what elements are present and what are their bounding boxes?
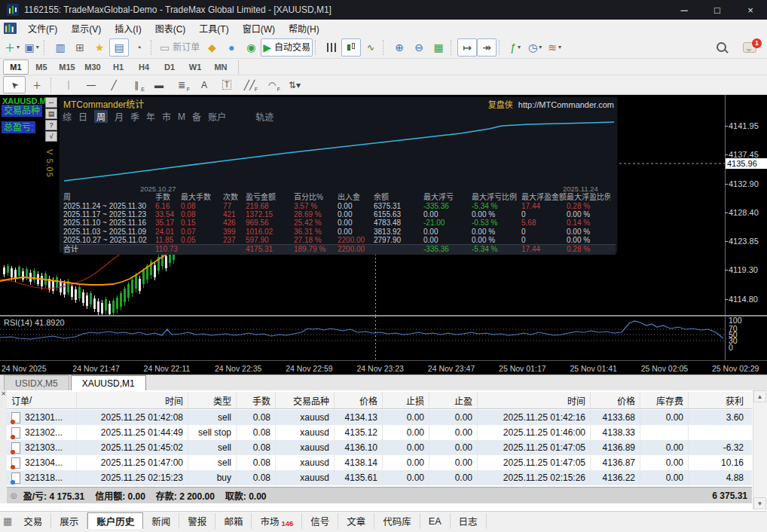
timeframe-m5-button[interactable]: M5 [29, 60, 54, 75]
tile-windows-button[interactable]: ▦ [429, 38, 448, 57]
new-order-button[interactable]: ▭新订单 [157, 38, 202, 57]
chart-profiles-button[interactable]: ▣▾ [22, 38, 41, 57]
terminal-tab-账户历史[interactable]: 账户历史 [87, 512, 143, 529]
periods-button[interactable]: ◷▾ [525, 38, 545, 57]
timeframe-m15-button[interactable]: M15 [54, 60, 80, 75]
table-row[interactable]: 321304...2025.11.25 01:47:00sell0.08xauu… [7, 455, 752, 470]
terminal-panel-button[interactable]: ▤ [109, 38, 129, 57]
chart-tab-usidx-m5[interactable]: USIDX,M5 [4, 375, 69, 390]
autotrading-button[interactable]: ▶自动交易 [261, 38, 313, 57]
history-column-header[interactable]: 价格 [334, 392, 382, 408]
navigator-button[interactable]: ★ [90, 38, 109, 57]
menu-item-window[interactable]: 窗口(W) [236, 20, 282, 36]
terminal-tab-文章[interactable]: 文章 [338, 513, 374, 529]
terminal-scrollbar[interactable]: ▲ ▼ [753, 390, 767, 509]
vertical-line-tool-button[interactable]: ｜ [57, 76, 80, 93]
text-tool-button[interactable]: A [193, 76, 215, 93]
timeframe-w1-button[interactable]: W1 [182, 60, 208, 75]
chart-tab-xauusd-m1[interactable]: XAUUSD,M1 [71, 375, 146, 390]
timeframe-mn-button[interactable]: MN [208, 60, 234, 75]
cursor-tool-button[interactable]: ➤ [3, 76, 26, 93]
horizontal-line-tool-button[interactable]: — [80, 76, 102, 93]
fibonacci-retracement-tool-button[interactable]: ≣F [170, 76, 193, 93]
zoom-in-button[interactable]: ⊕ [390, 38, 409, 57]
menu-item-file[interactable]: 文件(F) [21, 20, 64, 36]
zoom-out-button[interactable]: ⊖ [409, 38, 429, 57]
chart-shift-button[interactable]: ↠ [477, 38, 497, 57]
market-button[interactable]: ◉ [241, 38, 261, 57]
history-column-header[interactable]: 交易品种 [275, 392, 334, 408]
terminal-tab-代码库[interactable]: 代码库 [374, 513, 420, 529]
history-column-header[interactable]: 获利 [688, 392, 748, 408]
table-row[interactable]: 321302...2025.11.25 01:44:49sell stop0.0… [7, 425, 752, 440]
terminal-tab-交易[interactable]: 交易 [15, 513, 51, 529]
timeframe-h4-button[interactable]: H4 [131, 60, 157, 75]
data-window-button[interactable]: ⊞ [70, 38, 90, 57]
search-button[interactable] [711, 38, 731, 57]
mql5-community-button[interactable]: ● [222, 38, 241, 57]
indicators-button[interactable]: ƒ▾ [506, 38, 525, 57]
ea-panel-button[interactable]: ▤ [45, 109, 57, 119]
templates-button[interactable]: ≋▾ [545, 38, 564, 57]
auto-scroll-button[interactable]: ↦ [457, 38, 477, 57]
menu-item-view[interactable]: 显示(V) [64, 20, 108, 36]
history-column-header[interactable]: 时间 [76, 392, 188, 408]
trendline-tool-button[interactable]: ╱ [102, 76, 125, 93]
table-row[interactable]: 321301...2025.11.25 01:42:08sell0.08xauu… [7, 410, 752, 425]
ea-check-button[interactable]: √ [45, 131, 57, 142]
text-label-tool-button[interactable]: T [215, 76, 238, 93]
strategy-tester-button[interactable]: ◔ [129, 38, 148, 57]
timeframe-d1-button[interactable]: D1 [157, 60, 182, 75]
menu-item-insert[interactable]: 插入(I) [108, 20, 148, 36]
chart-bars-button[interactable] [322, 38, 341, 57]
ea-help-button[interactable]: ? [45, 120, 57, 130]
chart-area[interactable]: RSI(14) 41.8920 24 Nov 202524 Nov 21:472… [0, 95, 767, 375]
history-column-header[interactable]: 类型 [188, 392, 236, 408]
history-column-header[interactable]: 库存费 [640, 392, 688, 408]
terminal-tab-ea[interactable]: EA [420, 513, 451, 529]
restore-button[interactable]: □ [701, 0, 734, 20]
history-column-header[interactable]: 手数 [236, 392, 275, 408]
terminal-close-icon[interactable]: ✕ [1, 390, 6, 397]
chart-candles-button[interactable] [341, 38, 361, 57]
menu-item-charts[interactable]: 图表(C) [148, 20, 193, 36]
crosshair-tool-button[interactable]: ＋ [26, 76, 48, 93]
table-row[interactable]: 321303...2025.11.25 01:45:02sell0.08xauu… [7, 440, 752, 455]
terminal-tab-新闻[interactable]: 新闻 [143, 513, 179, 529]
history-column-header[interactable]: 订单 / [7, 392, 76, 408]
fibo-arcs-tool-button[interactable]: ◠F [261, 76, 283, 93]
history-column-header[interactable]: 止损 [382, 392, 429, 408]
terminal-tab-市场[interactable]: 市场146 [252, 513, 302, 529]
scroll-up-icon[interactable]: ▲ [753, 390, 766, 402]
menu-item-tools[interactable]: 工具(T) [192, 20, 235, 36]
timeframe-h1-button[interactable]: H1 [105, 60, 131, 75]
chart-line-button[interactable]: ∿ [361, 38, 380, 57]
timeframe-m30-button[interactable]: M30 [80, 60, 105, 75]
table-row[interactable]: 321318...2025.11.25 02:15:23buy0.08xauus… [7, 470, 752, 485]
market-watch-button[interactable]: ▥ [50, 38, 70, 57]
minimize-button[interactable]: ─ [668, 0, 701, 20]
mtcommander-url[interactable]: http://MTCommander.com [518, 100, 614, 109]
history-column-header[interactable]: 止盈 [429, 392, 477, 408]
vertical-line-icon: ｜ [64, 78, 73, 91]
menu-item-help[interactable]: 帮助(H) [282, 20, 326, 36]
close-button[interactable]: × [734, 0, 767, 20]
terminal-tab-信号[interactable]: 信号 [302, 513, 338, 529]
time-axis[interactable]: 24 Nov 202524 Nov 21:4724 Nov 22:1124 No… [0, 360, 767, 375]
rectangle-tool-button[interactable]: ▬ [148, 76, 170, 93]
terminal-tab-展示[interactable]: 展示 [51, 513, 87, 529]
history-column-header[interactable]: 时间 [477, 392, 590, 408]
terminal-tab-日志[interactable]: 日志 [451, 513, 487, 529]
fibo-fan-tool-button[interactable]: ╱╱F [238, 76, 261, 93]
terminal-tab-警报[interactable]: 警报 [179, 513, 215, 529]
notifications-button[interactable]: 1 [740, 38, 759, 57]
scroll-down-icon[interactable]: ▼ [753, 497, 766, 509]
timeframe-m1-button[interactable]: M1 [3, 60, 29, 75]
history-column-header[interactable]: 价格 [590, 392, 640, 408]
arrows-tool-button[interactable]: ⇅▾ [283, 76, 306, 93]
terminal-tab-邮箱[interactable]: 邮箱 [215, 513, 252, 529]
ea-minimize-button[interactable]: ─ [45, 97, 57, 108]
equidistant-channel-tool-button[interactable]: ∥E [125, 76, 148, 93]
new-chart-button[interactable]: ＋▾ [2, 38, 22, 57]
metaeditor-button[interactable]: ◆ [202, 38, 222, 57]
